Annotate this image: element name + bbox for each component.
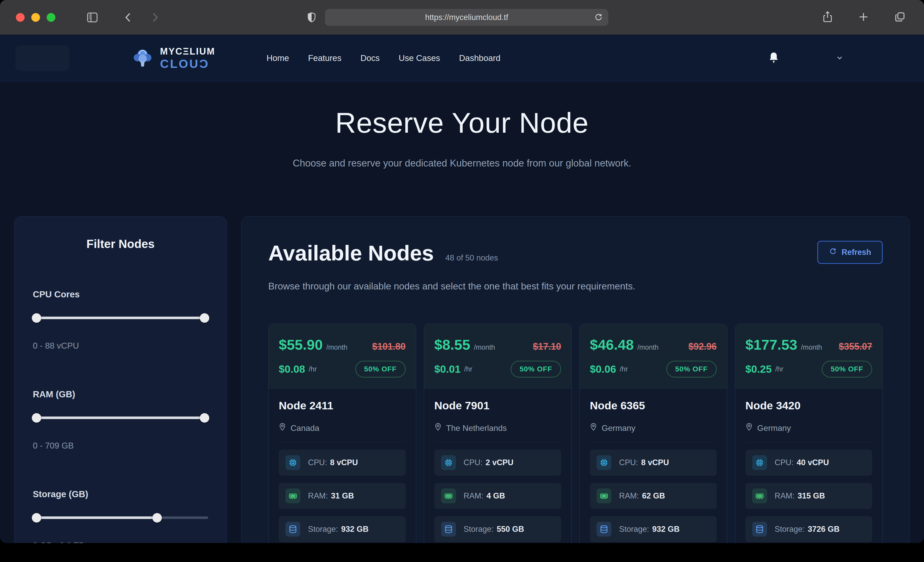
cpu-value: 8 vCPU bbox=[330, 458, 358, 467]
storage-database-icon bbox=[752, 522, 767, 537]
node-location: The Netherlands bbox=[446, 423, 507, 433]
ram-range-slider[interactable] bbox=[33, 413, 208, 423]
available-nodes-panel: Available Nodes 48 of 50 nodes Refresh B… bbox=[241, 216, 910, 543]
notifications-bell-icon[interactable] bbox=[768, 51, 780, 65]
page-title: Reserve Your Node bbox=[0, 106, 924, 139]
storage-database-icon bbox=[597, 522, 611, 537]
storage-slider-max-handle[interactable] bbox=[152, 513, 162, 523]
close-window-button[interactable] bbox=[16, 13, 25, 22]
original-price-strikethrough: $17.10 bbox=[533, 341, 561, 352]
node-card: $177.53 /month $355.07 $0.25 /hr 50% OFF… bbox=[735, 324, 883, 543]
storage-value: 932 GB bbox=[652, 525, 680, 534]
monthly-period: /month bbox=[637, 344, 658, 351]
cpu-range-slider[interactable] bbox=[33, 313, 208, 323]
back-button[interactable] bbox=[123, 12, 134, 23]
card-pricing-header: $55.90 /month $101.80 $0.08 /hr 50% OFF bbox=[268, 324, 416, 389]
zoom-window-button[interactable] bbox=[46, 13, 56, 22]
location-pin-icon bbox=[590, 423, 597, 433]
hourly-price: $0.06 bbox=[590, 363, 616, 375]
hourly-price: $0.01 bbox=[434, 363, 461, 375]
cpu-slider-max-handle[interactable] bbox=[200, 313, 209, 323]
cpu-label: CPU: bbox=[308, 458, 327, 467]
location-pin-icon bbox=[746, 423, 753, 433]
node-card: $8.55 /month $17.10 $0.01 /hr 50% OFF No… bbox=[424, 324, 572, 543]
navbar-placeholder bbox=[15, 45, 69, 71]
ram-memory-icon bbox=[441, 489, 456, 503]
storage-slider-min-handle[interactable] bbox=[32, 513, 41, 523]
cpu-chip-icon bbox=[285, 455, 300, 470]
chevron-down-icon[interactable] bbox=[835, 53, 844, 64]
privacy-shield-icon[interactable] bbox=[306, 12, 317, 23]
nav-link-dashboard[interactable]: Dashboard bbox=[459, 53, 500, 63]
address-bar[interactable]: https://myceliumcloud.tf bbox=[325, 9, 608, 26]
monthly-period: /month bbox=[474, 344, 495, 351]
monthly-price: $8.55 bbox=[434, 336, 470, 353]
original-price-strikethrough: $355.07 bbox=[839, 341, 872, 352]
spec-row-ram: RAM:315 GB bbox=[746, 483, 873, 509]
brand-logo[interactable]: MYCΞLIUM CLOUƆ bbox=[131, 46, 215, 70]
ram-slider-max-handle[interactable] bbox=[200, 413, 209, 423]
cpu-value: 40 vCPU bbox=[797, 458, 829, 467]
storage-range-slider[interactable] bbox=[33, 513, 208, 523]
spec-row-cpu: CPU:40 vCPU bbox=[746, 450, 873, 476]
reload-icon[interactable] bbox=[594, 13, 603, 23]
hourly-period: /hr bbox=[309, 365, 317, 373]
refresh-button[interactable]: Refresh bbox=[818, 241, 883, 264]
node-location: Germany bbox=[602, 423, 636, 433]
ram-value: 315 GB bbox=[798, 491, 825, 500]
filter-panel: Filter Nodes CPU Cores 0 - 88 vCPU RAM (… bbox=[14, 216, 227, 543]
nav-links: Home Features Docs Use Cases Dashboard bbox=[267, 53, 500, 63]
location-pin-icon bbox=[279, 423, 286, 433]
hourly-price: $0.25 bbox=[746, 363, 772, 375]
storage-database-icon bbox=[441, 522, 456, 537]
cpu-label: CPU: bbox=[775, 458, 794, 467]
filter-section-ram: RAM (GB) 0 - 709 GB bbox=[33, 389, 208, 451]
node-card: $55.90 /month $101.80 $0.08 /hr 50% OFF … bbox=[268, 324, 416, 543]
discount-badge: 50% OFF bbox=[355, 361, 406, 378]
hourly-period: /hr bbox=[620, 365, 628, 373]
spec-row-storage: Storage:550 GB bbox=[434, 516, 561, 542]
hourly-price: $0.08 bbox=[279, 363, 305, 375]
nav-link-use-cases[interactable]: Use Cases bbox=[399, 53, 440, 63]
node-name: Node 7901 bbox=[434, 399, 561, 412]
cpu-label: CPU: bbox=[619, 458, 638, 467]
node-location: Canada bbox=[291, 423, 319, 433]
ram-value: 4 GB bbox=[486, 491, 505, 500]
cpu-value: 2 vCPU bbox=[486, 458, 514, 467]
share-icon[interactable] bbox=[822, 10, 833, 24]
spec-row-cpu: CPU:2 vCPU bbox=[434, 450, 561, 476]
storage-label: Storage: bbox=[464, 525, 494, 534]
forward-button[interactable] bbox=[149, 12, 160, 23]
storage-range-text: 0 GB - 9.8 TB bbox=[33, 541, 208, 543]
traffic-lights bbox=[16, 13, 56, 22]
site-navbar: MYCΞLIUM CLOUƆ Home Features Docs Use Ca… bbox=[0, 34, 924, 82]
hourly-period: /hr bbox=[775, 365, 783, 373]
ram-slider-min-handle[interactable] bbox=[32, 413, 41, 423]
tab-overview-icon[interactable] bbox=[894, 11, 906, 24]
node-name: Node 2411 bbox=[279, 399, 406, 412]
card-pricing-header: $8.55 /month $17.10 $0.01 /hr 50% OFF bbox=[424, 324, 572, 389]
cpu-filter-label: CPU Cores bbox=[33, 289, 208, 299]
nav-link-home[interactable]: Home bbox=[267, 53, 289, 63]
nav-link-features[interactable]: Features bbox=[308, 53, 341, 63]
cpu-slider-min-handle[interactable] bbox=[32, 313, 41, 323]
ram-value: 31 GB bbox=[331, 491, 354, 500]
storage-value: 3726 GB bbox=[808, 525, 840, 534]
minimize-window-button[interactable] bbox=[31, 13, 40, 22]
original-price-strikethrough: $101.80 bbox=[372, 341, 405, 352]
node-location: Germany bbox=[757, 423, 791, 433]
browser-chrome: https://myceliumcloud.tf bbox=[0, 0, 924, 34]
discount-badge: 50% OFF bbox=[822, 361, 872, 378]
ram-filter-label: RAM (GB) bbox=[33, 389, 208, 399]
card-pricing-header: $177.53 /month $355.07 $0.25 /hr 50% OFF bbox=[735, 324, 883, 389]
hourly-period: /hr bbox=[464, 365, 472, 373]
new-tab-icon[interactable] bbox=[858, 11, 869, 24]
filter-section-cpu: CPU Cores 0 - 88 vCPU bbox=[33, 289, 208, 351]
sidebar-toggle-icon[interactable] bbox=[86, 11, 99, 24]
nav-link-docs[interactable]: Docs bbox=[360, 53, 380, 63]
ram-label: RAM: bbox=[775, 491, 795, 500]
spec-row-cpu: CPU:8 vCPU bbox=[279, 450, 406, 476]
filter-section-storage: Storage (GB) 0 GB - 9.8 TB bbox=[33, 489, 208, 543]
discount-badge: 50% OFF bbox=[511, 361, 561, 378]
spec-row-storage: Storage:3726 GB bbox=[746, 516, 873, 542]
